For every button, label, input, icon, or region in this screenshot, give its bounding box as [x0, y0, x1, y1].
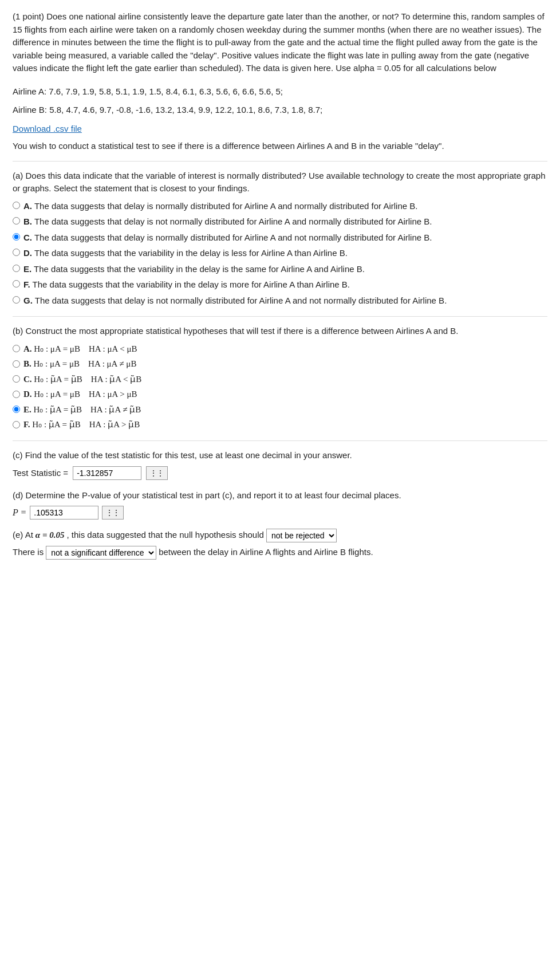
part-a-option-b: B. The data suggests that delay is not n…: [13, 215, 547, 229]
significance-select[interactable]: not a significant differencea significan…: [46, 546, 156, 560]
part-a-radio-c[interactable]: [13, 233, 20, 241]
part-e-section: (e) At α = 0.05 , this data suggested th…: [13, 529, 547, 560]
part-a-radio-a[interactable]: [13, 202, 20, 209]
part-b-radio-f[interactable]: [13, 421, 20, 428]
part-c-section: (c) Find the value of the test statistic…: [13, 449, 547, 481]
part-b-label-e: E. H₀ : μ̃A = μ̃B HA : μ̃A ≠ μ̃B: [23, 403, 141, 416]
part-a-radio-d[interactable]: [13, 249, 20, 256]
intro-section: (1 point) Does one national airline cons…: [13, 10, 547, 75]
p-value-row: P = ⋮⋮: [13, 506, 547, 520]
part-b-option-e: E. H₀ : μ̃A = μ̃B HA : μ̃A ≠ μ̃B: [13, 403, 547, 416]
download-link[interactable]: Download .csv file: [13, 124, 82, 133]
p-value-grid-button[interactable]: ⋮⋮: [102, 506, 124, 520]
p-value-input[interactable]: [30, 506, 98, 520]
part-b-label-d: D. H₀ : μA = μB HA : μA > μB: [23, 388, 137, 401]
part-a-options: A. The data suggests that delay is norma…: [13, 200, 547, 308]
airline-a-data: Airline A: 7.6, 7.9, 1.9, 5.8, 5.1, 1.9,…: [13, 85, 547, 99]
divider-1: [13, 161, 547, 162]
part-a-option-g: G. The data suggests that delay is not n…: [13, 294, 547, 308]
part-b-option-d: D. H₀ : μA = μB HA : μA > μB: [13, 388, 547, 401]
part-a-option-d: D. The data suggests that the variabilit…: [13, 247, 547, 260]
part-a-label-b: B. The data suggests that delay is not n…: [23, 215, 432, 229]
part-a-label-f: F. The data suggests that the variabilit…: [23, 278, 350, 292]
part-a-radio-f[interactable]: [13, 280, 20, 288]
part-b-option-f: F. H₀ : μ̃A = μ̃B HA : μ̃A > μ̃B: [13, 418, 547, 431]
part-b-radio-c[interactable]: [13, 375, 20, 383]
part-a-option-e: E. The data suggests that the variabilit…: [13, 263, 547, 276]
part-b-label-b: B. H₀ : μA = μB HA : μA ≠ μB: [23, 357, 136, 371]
airline-b-data: Airline B: 5.8, 4.7, 4.6, 9.7, -0.8, -1.…: [13, 104, 547, 117]
part-e-prefix: (e) At: [13, 529, 33, 542]
part-e-row1: (e) At α = 0.05 , this data suggested th…: [13, 529, 547, 542]
alpha-text: α = 0.05: [36, 529, 65, 542]
conclusion-suffix: between the delay in Airline A flights a…: [159, 546, 373, 559]
part-b-option-a: A. H₀ : μA = μB HA : μA < μB: [13, 343, 547, 356]
part-a-option-a: A. The data suggests that delay is norma…: [13, 200, 547, 213]
part-a-label-a: A. The data suggests that delay is norma…: [23, 200, 417, 213]
part-a-question: (a) Does this data indicate that the var…: [13, 170, 547, 195]
part-a-option-c: C. The data suggests that delay is norma…: [13, 231, 547, 245]
test-statistic-input[interactable]: [73, 466, 141, 480]
part-a-label-c: C. The data suggests that delay is norma…: [23, 231, 432, 245]
divider-3: [13, 440, 547, 441]
test-statistic-label: Test Statistic =: [13, 467, 68, 480]
part-b-label-f: F. H₀ : μ̃A = μ̃B HA : μ̃A > μ̃B: [23, 418, 140, 431]
part-a-label-g: G. The data suggests that delay is not n…: [23, 294, 447, 308]
intro-text: (1 point) Does one national airline cons…: [13, 10, 547, 75]
test-statistic-grid-button[interactable]: ⋮⋮: [146, 466, 168, 480]
part-b-option-c: C. H₀ : μ̃A = μ̃B HA : μ̃A < μ̃B: [13, 373, 547, 386]
part-a-radio-g[interactable]: [13, 296, 20, 304]
part-a-label-e: E. The data suggests that the variabilit…: [23, 263, 365, 276]
conclusion-prefix: There is: [13, 546, 44, 559]
part-b-radio-e[interactable]: [13, 406, 20, 413]
part-e-mid: , this data suggested that the null hypo…: [66, 529, 263, 542]
divider-2: [13, 316, 547, 317]
null-hypothesis-select[interactable]: not be rejectedbe rejected: [266, 529, 337, 542]
part-b-radio-d[interactable]: [13, 391, 20, 398]
part-a-label-d: D. The data suggests that the variabilit…: [23, 247, 348, 260]
part-b-option-b: B. H₀ : μA = μB HA : μA ≠ μB: [13, 357, 547, 371]
part-b-options: A. H₀ : μA = μB HA : μA < μBB. H₀ : μA =…: [13, 343, 547, 431]
p-value-label: P =: [13, 506, 26, 520]
part-d-section: (d) Determine the P-value of your statis…: [13, 489, 547, 520]
you-wish-text: You wish to conduct a statistical test t…: [13, 140, 547, 153]
part-a-section: (a) Does this data indicate that the var…: [13, 170, 547, 308]
part-a-option-f: F. The data suggests that the variabilit…: [13, 278, 547, 292]
part-b-radio-b[interactable]: [13, 360, 20, 368]
part-b-radio-a[interactable]: [13, 345, 20, 352]
airline-data-section: Airline A: 7.6, 7.9, 1.9, 5.8, 5.1, 1.9,…: [13, 85, 547, 153]
part-e-row2: There is not a significant differencea s…: [13, 546, 547, 560]
part-b-question: (b) Construct the most appropriate stati…: [13, 325, 547, 338]
part-a-radio-b[interactable]: [13, 217, 20, 225]
part-c-question: (c) Find the value of the test statistic…: [13, 449, 547, 462]
test-statistic-row: Test Statistic = ⋮⋮: [13, 466, 547, 480]
part-a-radio-e[interactable]: [13, 265, 20, 272]
part-b-label-a: A. H₀ : μA = μB HA : μA < μB: [23, 343, 137, 356]
part-b-section: (b) Construct the most appropriate stati…: [13, 325, 547, 431]
part-b-label-c: C. H₀ : μ̃A = μ̃B HA : μ̃A < μ̃B: [23, 373, 141, 386]
part-d-question: (d) Determine the P-value of your statis…: [13, 489, 547, 502]
